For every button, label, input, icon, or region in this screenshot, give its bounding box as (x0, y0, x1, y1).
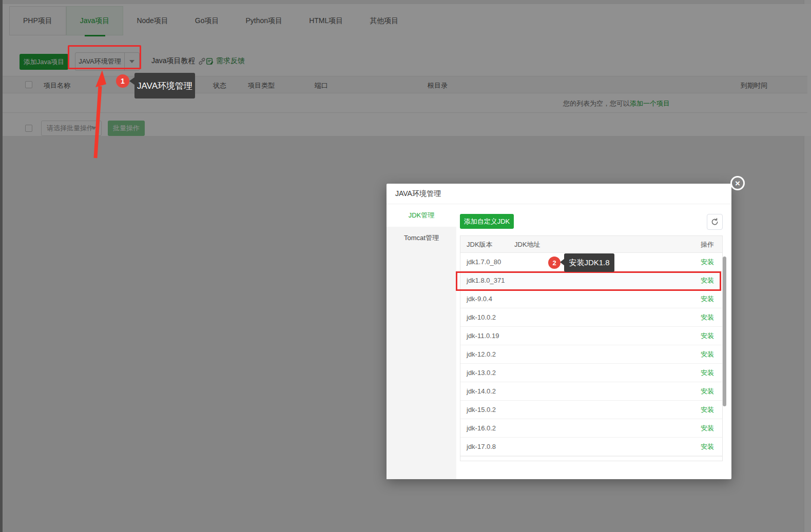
step-2-tooltip: 安装JDK1.8 (564, 253, 614, 272)
step-1-tooltip: JAVA环境管理 (134, 73, 195, 98)
install-link[interactable]: 安装 (701, 368, 714, 378)
install-link[interactable]: 安装 (701, 313, 714, 322)
install-link[interactable]: 安装 (701, 405, 714, 415)
sidebar-item-Tomcat管理[interactable]: Tomcat管理 (387, 227, 456, 249)
install-link[interactable]: 安装 (701, 442, 714, 451)
install-link[interactable]: 安装 (701, 387, 714, 396)
sidebar-item-JDK管理[interactable]: JDK管理 (387, 204, 456, 227)
jdk-toolbar: 添加自定义JDK (460, 214, 723, 235)
jdk-row: jdk-14.0.2 安装 (460, 382, 722, 401)
jdk-version: jdk-15.0.2 (467, 406, 496, 413)
jdk-version: jdk-17.0.8 (467, 443, 496, 450)
modal-content: 添加自定义JDK JDK版本 JDK地址 操作 jdk1.7.0_80 安装 j… (456, 204, 731, 479)
jdk-row-partial (460, 456, 722, 461)
install-link[interactable]: 安装 (701, 350, 714, 359)
modal-header: JAVA环境管理 (387, 184, 731, 204)
jdk-version: jdk1.7.0_80 (467, 258, 501, 266)
jdk-table-header: JDK版本 JDK地址 操作 (460, 236, 722, 253)
modal-close-button[interactable]: × (730, 176, 745, 190)
modal-body: JDK管理Tomcat管理 添加自定义JDK JDK版本 JDK地址 操作 j (387, 204, 731, 479)
jdk-version: jdk-11.0.19 (467, 332, 499, 340)
refresh-icon (711, 218, 719, 226)
jdk-row: jdk-12.0.2 安装 (460, 345, 722, 364)
modal-sidebar: JDK管理Tomcat管理 (387, 204, 456, 479)
jdk-version: jdk-12.0.2 (467, 350, 496, 358)
java-env-modal: JAVA环境管理 × JDK管理Tomcat管理 添加自定义JDK JDK版本 … (387, 184, 731, 479)
col-action: 操作 (701, 240, 714, 249)
jdk-version: jdk-10.0.2 (467, 313, 496, 321)
jdk-row: jdk-10.0.2 安装 (460, 308, 722, 327)
jdk-row: jdk-15.0.2 安装 (460, 401, 722, 419)
col-jdk-version: JDK版本 (467, 240, 493, 249)
refresh-button[interactable] (707, 214, 723, 230)
jdk-row: jdk-11.0.19 安装 (460, 327, 722, 345)
install-link[interactable]: 安装 (701, 331, 714, 341)
jdk-version: jdk-14.0.2 (467, 387, 496, 395)
jdk-row: jdk-16.0.2 安装 (460, 419, 722, 438)
jdk-row: jdk-9.0.4 安装 (460, 290, 722, 308)
install-link[interactable]: 安装 (701, 258, 714, 267)
add-custom-jdk-button[interactable]: 添加自定义JDK (460, 214, 514, 229)
jdk-version: jdk-16.0.2 (467, 424, 496, 432)
jdk-row: jdk-13.0.2 安装 (460, 364, 722, 382)
install-link[interactable]: 安装 (701, 424, 714, 433)
jdk-version: jdk-13.0.2 (467, 369, 496, 377)
jdk-row: jdk-17.0.8 安装 (460, 438, 722, 456)
annotation-arrow (81, 65, 117, 167)
modal-title: JAVA环境管理 (395, 189, 441, 199)
step-1-badge: 1 (116, 74, 129, 88)
highlight-box-jdk18-row (456, 271, 721, 291)
col-jdk-path: JDK地址 (514, 240, 540, 249)
install-link[interactable]: 安装 (701, 294, 714, 304)
step-2-badge: 2 (548, 257, 561, 269)
jdk-list-scrollbar-thumb[interactable] (723, 257, 726, 406)
jdk-version: jdk-9.0.4 (467, 295, 492, 303)
